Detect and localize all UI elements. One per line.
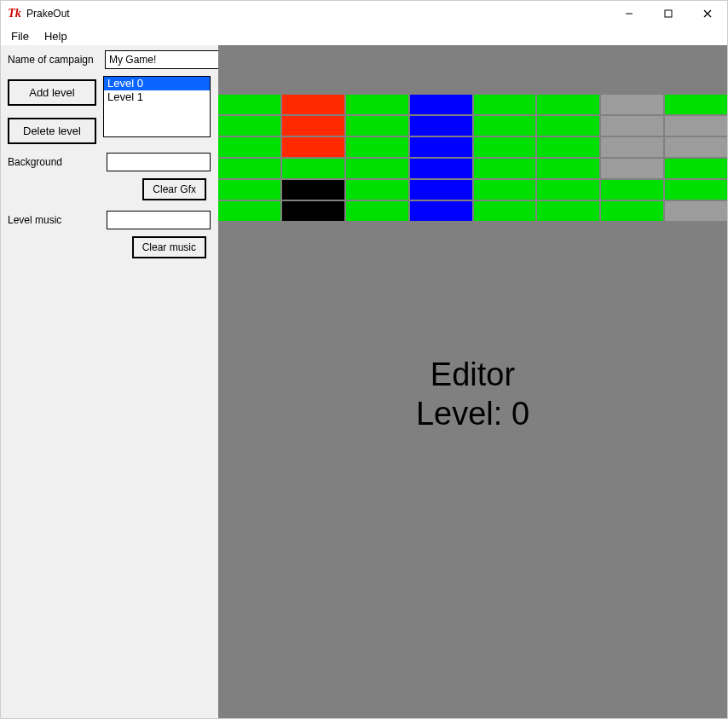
level-music-input[interactable]	[107, 211, 211, 229]
brick[interactable]	[218, 201, 280, 221]
brick[interactable]	[218, 95, 280, 114]
editor-canvas[interactable]: Editor Level: 0	[218, 45, 727, 718]
level-option[interactable]: Level 0	[104, 77, 210, 90]
menu-file[interactable]: File	[4, 28, 36, 44]
brick[interactable]	[474, 137, 536, 157]
brick[interactable]	[665, 180, 727, 200]
brick[interactable]	[282, 116, 344, 136]
brick[interactable]	[537, 137, 599, 157]
brick[interactable]	[218, 159, 280, 178]
brick[interactable]	[537, 180, 599, 200]
brick[interactable]	[410, 159, 472, 178]
title-bar: Tk PrakeOut	[1, 1, 727, 26]
brick[interactable]	[601, 180, 663, 200]
brick[interactable]	[218, 116, 280, 136]
brick[interactable]	[346, 159, 408, 178]
brick[interactable]	[474, 180, 536, 200]
brick[interactable]	[601, 116, 663, 136]
brick[interactable]	[282, 201, 344, 221]
brick[interactable]	[474, 116, 536, 136]
brick-grid[interactable]	[218, 95, 727, 223]
sidebar: Name of campaign Add level Delete level …	[1, 45, 218, 718]
brick-row	[218, 137, 727, 157]
brick[interactable]	[346, 116, 408, 136]
brick[interactable]	[537, 159, 599, 178]
maximize-button[interactable]	[649, 1, 688, 26]
svg-rect-1	[665, 10, 672, 17]
brick[interactable]	[665, 159, 727, 178]
menu-help[interactable]: Help	[38, 28, 74, 44]
brick[interactable]	[410, 137, 472, 157]
brick[interactable]	[601, 95, 663, 114]
delete-level-button[interactable]: Delete level	[8, 118, 96, 144]
brick[interactable]	[665, 137, 727, 157]
editor-overlay-line1: Editor	[218, 356, 727, 395]
window-title: PrakeOut	[26, 8, 70, 20]
brick[interactable]	[410, 95, 472, 114]
editor-overlay-text: Editor Level: 0	[218, 356, 727, 433]
brick[interactable]	[601, 201, 663, 221]
brick[interactable]	[410, 180, 472, 200]
brick[interactable]	[537, 116, 599, 136]
brick[interactable]	[282, 159, 344, 178]
main-area: Name of campaign Add level Delete level …	[1, 45, 727, 718]
brick[interactable]	[282, 137, 344, 157]
brick[interactable]	[665, 95, 727, 114]
brick[interactable]	[601, 159, 663, 178]
brick[interactable]	[346, 137, 408, 157]
clear-music-button[interactable]: Clear music	[132, 236, 206, 258]
campaign-name-label: Name of campaign	[8, 54, 100, 66]
brick[interactable]	[601, 137, 663, 157]
brick[interactable]	[282, 95, 344, 114]
brick[interactable]	[665, 201, 727, 221]
editor-overlay-line2: Level: 0	[218, 395, 727, 434]
brick[interactable]	[410, 116, 472, 136]
brick[interactable]	[537, 95, 599, 114]
brick[interactable]	[282, 180, 344, 200]
brick[interactable]	[665, 116, 727, 136]
brick[interactable]	[410, 201, 472, 221]
app-icon: Tk	[8, 7, 21, 20]
brick[interactable]	[218, 180, 280, 200]
background-label: Background	[8, 156, 100, 168]
level-option[interactable]: Level 1	[104, 90, 210, 104]
menu-bar: File Help	[1, 26, 727, 45]
brick-row	[218, 95, 727, 114]
levels-listbox[interactable]: Level 0Level 1	[103, 76, 211, 137]
brick[interactable]	[346, 201, 408, 221]
brick[interactable]	[474, 159, 536, 178]
background-input[interactable]	[107, 153, 211, 171]
brick[interactable]	[474, 201, 536, 221]
close-button[interactable]	[688, 1, 727, 26]
brick-row	[218, 201, 727, 221]
brick[interactable]	[474, 95, 536, 114]
brick[interactable]	[346, 95, 408, 114]
brick-row	[218, 159, 727, 178]
add-level-button[interactable]: Add level	[8, 79, 96, 106]
brick-row	[218, 180, 727, 200]
brick[interactable]	[218, 137, 280, 157]
minimize-button[interactable]	[610, 1, 649, 26]
brick-row	[218, 116, 727, 136]
brick[interactable]	[537, 201, 599, 221]
level-music-label: Level music	[8, 214, 100, 226]
brick[interactable]	[346, 180, 408, 200]
clear-gfx-button[interactable]: Clear Gfx	[142, 178, 206, 200]
